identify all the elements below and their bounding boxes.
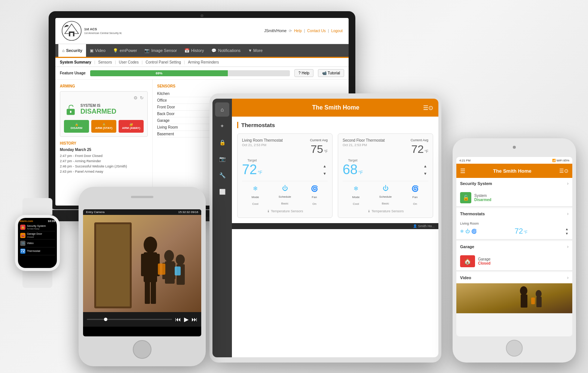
- arm-away-button[interactable]: 🔐 ARM (AWAY): [119, 120, 144, 133]
- thermo-schedule-2[interactable]: ⏻ ScheduleBasic: [372, 185, 399, 206]
- help-link[interactable]: Help: [294, 29, 302, 33]
- help-button[interactable]: ? Help: [294, 69, 313, 77]
- arming-status: SYSTEM IS DISARMED: [64, 103, 144, 116]
- schedule-icon-1: ⏻: [272, 185, 298, 192]
- nav-empower-label: emPower: [120, 48, 137, 53]
- thermo-mode-2[interactable]: ❄ ModeCool: [343, 185, 369, 206]
- phone-settings-icon[interactable]: ☰⊙: [559, 168, 569, 174]
- tablet-title: The Smith Home: [248, 104, 423, 111]
- thermo-schedule-1[interactable]: ⏻ ScheduleBasic: [272, 185, 298, 206]
- thermo-up-1[interactable]: ▲: [322, 163, 328, 169]
- fast-forward-button[interactable]: ⏭: [192, 316, 197, 323]
- arm-stay-button[interactable]: 🔒 ARM (STAY): [91, 120, 116, 133]
- sidebar-camera-btn[interactable]: 📷: [215, 152, 229, 166]
- tutorial-button[interactable]: 📹 Tutorial: [318, 69, 344, 77]
- thermo-up-2[interactable]: ▲: [422, 163, 428, 169]
- thermo-arrows-1: ▲ ▼: [322, 163, 328, 176]
- history-item-1: 2:47 pm - Front Door Closed: [60, 153, 148, 158]
- fan-icon-1: 🌀: [301, 185, 328, 192]
- tablet-menu-icon[interactable]: ☰⊙: [423, 104, 433, 111]
- gear-icon[interactable]: ⚙: [134, 95, 138, 101]
- thermo-down-2[interactable]: ▼: [422, 170, 428, 176]
- video-progress[interactable]: [87, 319, 172, 320]
- logout-link[interactable]: Logout: [331, 29, 343, 33]
- phone-right-home-btn[interactable]: [506, 340, 523, 357]
- arm-stay-label: ARM (STAY): [95, 126, 113, 130]
- thermo-fan-2[interactable]: 🌀 FanOn: [402, 185, 428, 206]
- watch-security-item[interactable]: 🔒 Security System Armed Away: [19, 224, 55, 231]
- subnav: System Summary | Sensors | User Codes | …: [55, 58, 349, 67]
- thermo-info-2: Second Floor Thermostat Oct 21, 2:53 PM: [343, 138, 385, 149]
- disarm-label: DISARM: [71, 126, 83, 130]
- watch-garage-text: Garage Door Closed: [27, 232, 42, 238]
- sidebar-location-btn[interactable]: ✦: [215, 119, 229, 133]
- watch-screen: Alarm.com 10:09 🔒 Security System Armed …: [18, 218, 57, 268]
- svg-rect-27: [521, 295, 527, 308]
- watch-video-icon: 📹: [20, 241, 25, 246]
- thermo-mode-1[interactable]: ❄ ModeCool: [242, 185, 269, 206]
- subnav-controlpanel[interactable]: Control Panel Setting: [146, 60, 181, 64]
- subnav-summary[interactable]: System Summary: [60, 60, 91, 64]
- subnav-sensors[interactable]: Sensors: [98, 60, 112, 64]
- phone-garage-header[interactable]: Garage ›: [456, 241, 572, 252]
- subnav-usercodes[interactable]: User Codes: [119, 60, 139, 64]
- play-button[interactable]: ▶: [184, 316, 189, 323]
- watch-video-text: Video: [27, 242, 34, 245]
- tablet-topbar: The Smith Home ☰⊙: [232, 99, 438, 117]
- nav-empower[interactable]: 💡 emPower: [109, 44, 141, 57]
- thermo-fan-1[interactable]: 🌀 FanOn: [301, 185, 328, 206]
- watch-garage-item[interactable]: 🚗 Garage Door Closed: [19, 231, 55, 239]
- phone-home-button[interactable]: [133, 340, 151, 359]
- nav-notifications[interactable]: 💬 Notifications: [208, 44, 244, 57]
- video-icon: ▣: [90, 48, 94, 53]
- phone-security-header[interactable]: Security System ›: [456, 178, 572, 189]
- nav-history[interactable]: 📅 History: [181, 44, 208, 57]
- thermo-sensors-1[interactable]: 🌡 Temperature Sensors: [242, 209, 328, 213]
- phone-thermo-up[interactable]: ▲: [565, 227, 569, 231]
- nav-video[interactable]: ▣ Video: [86, 44, 109, 57]
- phone-thermo-down[interactable]: ▼: [565, 232, 569, 235]
- svg-point-28: [536, 290, 542, 298]
- arming-system-label: SYSTEM IS DISARMED: [80, 104, 116, 115]
- subnav-reminders[interactable]: Arming Reminders: [188, 60, 219, 64]
- arm-away-icon: 🔐: [129, 123, 133, 126]
- sidebar-tools-btn[interactable]: 🔧: [215, 168, 229, 182]
- nav-more[interactable]: ▼ More: [244, 44, 266, 57]
- phone-right-camera: [513, 146, 516, 149]
- camera-label: Entry Camera: [86, 210, 104, 214]
- watch-security-label: Security System: [27, 225, 46, 228]
- mode-label-2: ModeCool: [352, 195, 359, 206]
- thermo-down-1[interactable]: ▼: [322, 170, 328, 176]
- camera-feed: [83, 215, 201, 312]
- thermo-controls-2: ❄ ModeCool ⏻ ScheduleBasic 🌀 FanOn: [343, 181, 428, 206]
- thermo-target-row-1: Target 72 °F ▲ ▼: [242, 158, 328, 176]
- phone-thermo-temp-display: 72 °F: [515, 227, 527, 235]
- refresh-icon[interactable]: ↻: [140, 95, 144, 101]
- thermo-sensors-2[interactable]: 🌡 Temperature Sensors: [343, 209, 428, 213]
- nav-image-sensor[interactable]: 📷 Image Sensor: [141, 44, 180, 57]
- disarm-button[interactable]: 🔓 DISARM: [64, 120, 89, 133]
- watch-header: Alarm.com 10:09: [19, 219, 55, 223]
- thermo-date-2: Oct 21, 2:53 PM: [343, 143, 385, 147]
- sidebar-home-btn[interactable]: ⌂: [215, 102, 229, 117]
- phone-thermo-header[interactable]: Thermostats ›: [456, 208, 572, 219]
- sensors-title: SENSORS: [157, 84, 344, 88]
- phone-garage-content: 🏠 Garage Closed: [456, 252, 572, 270]
- phone-video-header[interactable]: Video ›: [456, 272, 572, 283]
- watch-security-text: Security System Armed Away: [27, 225, 46, 230]
- watch-thermo-label: Thermostat: [27, 250, 40, 253]
- rewind-button[interactable]: ⏮: [175, 316, 181, 323]
- sidebar-lock-btn[interactable]: 🔒: [215, 135, 229, 149]
- watch-garage-sub: Closed: [27, 236, 42, 238]
- svg-point-21: [176, 255, 185, 265]
- sidebar-garage-btn[interactable]: ⬜: [215, 185, 229, 199]
- contact-link[interactable]: Contact Us: [307, 29, 325, 33]
- phone-thermo-title: Thermostats: [460, 212, 485, 216]
- phone-title: The Smith Home: [493, 168, 532, 174]
- camera-feed-svg: [83, 215, 201, 312]
- nav-security[interactable]: ⌂ Security: [58, 44, 86, 57]
- progress-indicator: [104, 318, 107, 321]
- phone-menu-icon[interactable]: ☰: [460, 167, 465, 175]
- watch-thermo-item[interactable]: 72 Thermostat: [19, 247, 55, 255]
- watch-video-item[interactable]: 📹 Video: [19, 240, 55, 247]
